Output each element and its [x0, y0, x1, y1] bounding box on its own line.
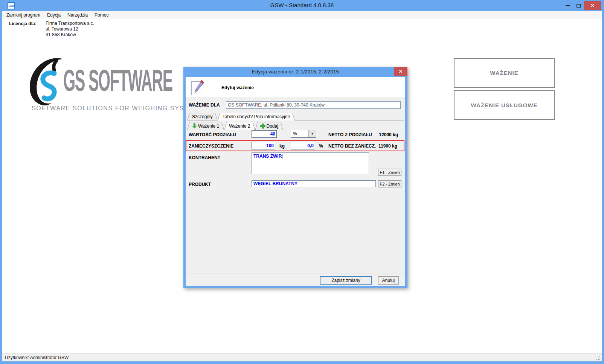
edit-pencil-icon — [191, 79, 206, 96]
main-tabbar: Szczegóły Tabele danych/ Pola informacyj… — [187, 113, 404, 120]
wazenie-button[interactable]: WAŻENIE — [454, 58, 555, 88]
zapisz-zmiany-button[interactable]: Zapisz zmiany — [320, 276, 372, 285]
license-block: Licencja dla: Firma Transportowa s.c. ul… — [2, 19, 602, 50]
zanieczyszczenie-kg-unit: kg — [279, 143, 285, 149]
maximize-icon — [577, 4, 581, 8]
zanieczyszczenie-pct-unit: % — [319, 143, 323, 149]
dialog-header-text: Edytuj ważenie — [221, 85, 254, 90]
menu-edycja[interactable]: Edycja — [44, 11, 64, 19]
green-down-arrow-icon — [192, 123, 197, 129]
titlebar: GSW GSW - Standard 4.0.8.38 ✕ — [0, 0, 604, 11]
netto-bez-zaniecz-value: 11900 kg — [378, 143, 397, 149]
menu-pomoc[interactable]: Pomoc — [91, 11, 112, 19]
zanieczyszczenie-kg-input[interactable] — [252, 142, 275, 149]
zanieczyszczenie-label: ZANIECZYSZCZENIE — [189, 143, 233, 149]
dialog-title: Edycja ważenia nr: 2-1/2015, 2-2/2015 — [183, 69, 407, 75]
license-line-street: ul. Towarowa 12 — [46, 26, 94, 32]
zanieczyszczenie-row-highlight: ZANIECZYSZCZENIE kg % NETTO BEZ ZANIECZ.… — [186, 140, 404, 151]
app-window: GSW GSW - Standard 4.0.8.38 ✕ Zamknij pr… — [0, 0, 604, 364]
produkt-input[interactable] — [252, 180, 376, 187]
minimize-button[interactable] — [562, 1, 573, 10]
wazenie-uslugowe-button[interactable]: WAŻENIE USŁUGOWE — [454, 90, 555, 120]
produkt-label: PRODUKT — [189, 182, 211, 187]
maximize-button[interactable] — [573, 1, 584, 10]
logo-brand-text: GS SOFTWARE — [63, 63, 172, 97]
tab-szczegoly[interactable]: Szczegóły — [187, 113, 218, 120]
window-controls: ✕ — [562, 1, 601, 10]
green-plus-icon — [260, 123, 265, 129]
tab-tabele-danych[interactable]: Tabele danych/ Pola informacyjne — [218, 113, 295, 120]
window-title: GSW - Standard 4.0.8.38 — [0, 2, 604, 8]
dialog-header: Edytuj ważenie — [186, 77, 405, 98]
minimize-icon — [566, 5, 570, 6]
license-line-city: 31-868 Kraków — [46, 32, 94, 38]
netto-bez-zaniecz-label: NETTO BEZ ZANIECZ. — [328, 143, 376, 149]
kontrahent-label: KONTRAHENT — [189, 155, 220, 160]
client-area: Licencja dla: Firma Transportowa s.c. ul… — [2, 19, 602, 353]
wartosc-podzialu-input[interactable] — [252, 130, 277, 138]
menu-narzedzia[interactable]: Narzędzia — [64, 11, 91, 19]
dialog-titlebar: Edycja ważenia nr: 2-1/2015, 2-2/2015 ✕ — [183, 67, 407, 77]
status-user-text: Użytkownik: Administrator GSW — [5, 355, 69, 360]
dialog-body: Edytuj ważenie WAŻENIE DLA Szczegóły Tab… — [186, 77, 405, 286]
license-lines: Firma Transportowa s.c. ul. Towarowa 12 … — [46, 21, 94, 38]
f2-zmien-button[interactable]: F2 - Zmień — [378, 180, 401, 187]
anuluj-button[interactable]: Anuluj — [378, 276, 399, 285]
combobox-dropdown-icon[interactable]: ▼ — [308, 130, 316, 137]
tab-wazenie-2[interactable]: Ważenie 2 — [224, 122, 255, 130]
wazenie-dla-input[interactable] — [226, 101, 401, 109]
kontrahent-textarea[interactable]: TRANS ŻWIR — [252, 152, 369, 174]
zanieczyszczenie-pct-input[interactable] — [291, 142, 315, 149]
logo: GS SOFTWARE SOFTWARE SOLUTIONS FOR WEIGH… — [27, 57, 174, 117]
dialog-close-button[interactable]: ✕ — [394, 67, 407, 76]
f1-zmien-button[interactable]: F1 - Zmień — [378, 169, 401, 176]
text-cursor — [282, 154, 282, 158]
kontrahent-value: TRANS ŻWIR — [253, 154, 282, 159]
netto-z-podzialu-label: NETTO Z PODZIAŁU — [328, 132, 372, 137]
resize-grip[interactable] — [599, 359, 600, 360]
wazenie-dla-row: WAŻENIE DLA — [186, 98, 405, 112]
weighing-tabbar: Ważenie 1 Ważenie 2 Dodaj — [187, 122, 404, 130]
close-button[interactable]: ✕ — [584, 1, 601, 10]
logo-tagline: SOFTWARE SOLUTIONS FOR WEIGHING SYSTEMS — [32, 105, 203, 112]
wartosc-podzialu-label: WARTOŚĆ PODZIAŁU — [189, 132, 236, 137]
license-label: Licencja dla: — [9, 21, 43, 38]
menu-zamknij-program[interactable]: Zamknij program — [3, 11, 44, 19]
statusbar: Użytkownik: Administrator GSW — [2, 353, 602, 361]
wazenie-dla-label: WAŻENIE DLA — [189, 102, 220, 108]
menubar: Zamknij program Edycja Narzędzia Pomoc — [2, 11, 602, 19]
tab-dodaj[interactable]: Dodaj — [255, 122, 283, 130]
podzial-unit-value: % — [291, 130, 308, 137]
tab-wazenie-1[interactable]: Ważenie 1 — [187, 122, 224, 130]
dialog-footer-divider — [186, 274, 405, 274]
netto-z-podzialu-value: 12000 kg — [379, 132, 398, 137]
podzial-unit-combobox[interactable]: % ▼ — [291, 130, 316, 138]
edit-weighing-dialog: Edycja ważenia nr: 2-1/2015, 2-2/2015 ✕ … — [183, 67, 407, 288]
license-line-company: Firma Transportowa s.c. — [46, 21, 94, 26]
